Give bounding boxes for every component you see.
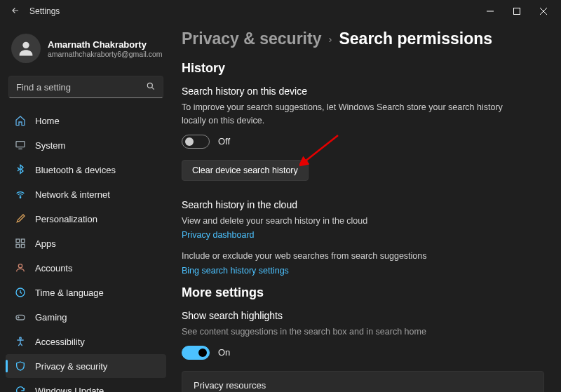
svg-rect-5 — [16, 142, 25, 147]
system-icon — [14, 139, 27, 151]
nav-label: System — [35, 140, 65, 151]
nav-label: Home — [35, 116, 60, 126]
nav-gaming[interactable]: Gaming — [6, 305, 166, 329]
nav-label: Time & language — [35, 288, 104, 298]
toggle-off-label: Off — [218, 136, 230, 147]
wifi-icon — [14, 188, 27, 201]
home-icon — [14, 114, 27, 127]
window-title: Settings — [29, 6, 60, 16]
privacy-resources-label: Privacy resources — [194, 380, 266, 391]
avatar — [11, 34, 41, 63]
toggle-on-label: On — [218, 347, 230, 358]
breadcrumb: Privacy & security › Search permissions — [182, 29, 544, 48]
nav-label: Accounts — [35, 263, 72, 273]
back-button[interactable] — [4, 6, 27, 18]
search-box[interactable] — [8, 76, 163, 98]
svg-point-12 — [18, 264, 22, 268]
nav-label: Bluetooth & devices — [35, 165, 116, 175]
profile-name: Amarnath Chakraborty — [48, 39, 163, 50]
maximize-button[interactable] — [503, 1, 530, 21]
nav-label: Gaming — [35, 312, 67, 323]
bing-history-link[interactable]: Bing search history settings — [182, 266, 544, 276]
apps-icon — [14, 237, 27, 250]
nav-label: Windows Update — [35, 386, 104, 393]
search-icon — [146, 81, 156, 93]
clock-icon — [14, 286, 27, 299]
svg-rect-10 — [16, 244, 20, 248]
privacy-resources-row[interactable]: Privacy resources — [182, 371, 544, 392]
device-history-title: Search history on this device — [182, 86, 544, 97]
nav-label: Apps — [35, 238, 56, 249]
svg-rect-11 — [21, 244, 25, 248]
nav-system[interactable]: System — [6, 133, 166, 157]
svg-rect-8 — [16, 239, 20, 243]
titlebar: Settings — [0, 0, 561, 22]
breadcrumb-parent[interactable]: Privacy & security — [182, 29, 321, 48]
cloud-history-desc: View and delete your search history in t… — [182, 215, 518, 228]
include-exclude-desc: Include or exclude your web searches fro… — [182, 250, 518, 263]
profile-block[interactable]: Amarnath Chakraborty amarnathchakraborty… — [4, 28, 168, 73]
nav-label: Privacy & security — [35, 361, 107, 372]
device-history-desc: To improve your search suggestions, let … — [182, 101, 518, 128]
nav-privacy[interactable]: Privacy & security — [6, 354, 166, 378]
cloud-history-title: Search history in the cloud — [182, 199, 544, 210]
minimize-button[interactable] — [477, 1, 503, 21]
nav-home[interactable]: Home — [6, 109, 166, 133]
nav-bluetooth[interactable]: Bluetooth & devices — [6, 158, 166, 182]
highlights-title: Show search highlights — [182, 310, 544, 321]
nav-apps[interactable]: Apps — [6, 231, 166, 255]
nav-label: Network & internet — [35, 189, 110, 200]
svg-line-4 — [151, 87, 154, 89]
search-input[interactable] — [16, 82, 146, 93]
highlights-desc: See content suggestions in the search bo… — [182, 325, 518, 339]
svg-point-3 — [147, 83, 152, 88]
chevron-right-icon: › — [328, 33, 332, 45]
nav-accessibility[interactable]: Accessibility — [6, 330, 166, 353]
privacy-dashboard-link[interactable]: Privacy dashboard — [182, 230, 544, 240]
nav-update[interactable]: Windows Update — [6, 379, 166, 392]
nav-list: Home System Bluetooth & devices Network … — [4, 108, 168, 392]
nav-accounts[interactable]: Accounts — [6, 256, 166, 280]
section-more: More settings — [182, 285, 544, 300]
bluetooth-icon — [14, 163, 27, 176]
sidebar: Amarnath Chakraborty amarnathchakraborty… — [0, 22, 172, 392]
gaming-icon — [14, 311, 27, 323]
highlights-toggle[interactable] — [182, 346, 210, 360]
nav-personalization[interactable]: Personalization — [6, 207, 166, 231]
device-history-toggle[interactable] — [182, 135, 210, 149]
brush-icon — [14, 212, 27, 225]
close-button[interactable] — [530, 1, 557, 21]
nav-network[interactable]: Network & internet — [6, 182, 166, 206]
accessibility-icon — [14, 335, 27, 348]
accounts-icon — [14, 262, 27, 274]
shield-icon — [14, 360, 27, 372]
svg-point-7 — [20, 197, 20, 198]
svg-point-15 — [20, 337, 22, 339]
svg-rect-14 — [16, 315, 25, 320]
svg-point-2 — [22, 42, 29, 48]
page-title: Search permissions — [339, 29, 492, 48]
svg-rect-9 — [21, 239, 25, 243]
clear-history-button[interactable]: Clear device search history — [182, 160, 309, 181]
update-icon — [14, 384, 27, 392]
nav-label: Personalization — [35, 214, 97, 224]
section-history: History — [182, 61, 544, 76]
content-area: Privacy & security › Search permissions … — [172, 22, 561, 392]
svg-rect-1 — [514, 8, 520, 15]
profile-email: amarnathchakraborty6@gmail.com — [48, 50, 163, 58]
nav-label: Accessibility — [35, 337, 85, 347]
nav-time[interactable]: Time & language — [6, 281, 166, 304]
